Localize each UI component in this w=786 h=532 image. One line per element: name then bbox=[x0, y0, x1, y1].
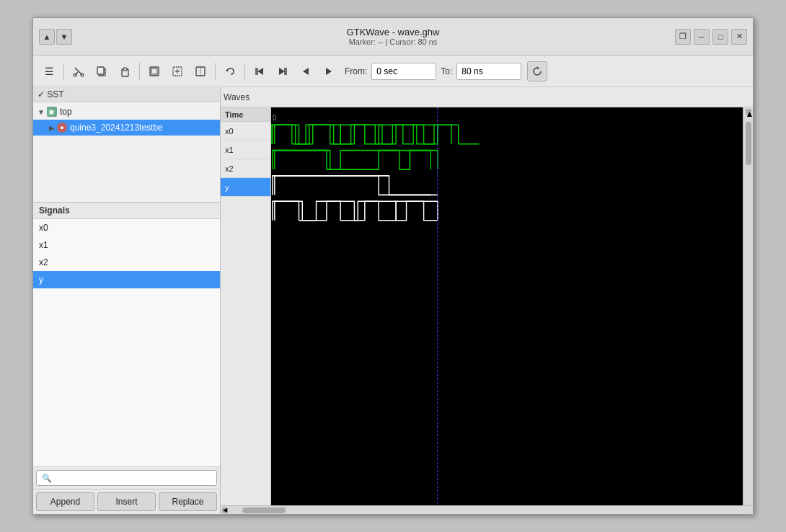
paste-icon bbox=[119, 66, 131, 77]
toolbar-sep-2 bbox=[139, 63, 140, 80]
scroll-down-btn[interactable]: ▼ bbox=[56, 29, 72, 45]
signal-item-x2[interactable]: x2 bbox=[33, 254, 220, 271]
next-icon bbox=[323, 66, 335, 77]
svg-rect-5 bbox=[97, 67, 104, 74]
vertical-scrollbar[interactable]: ▲ bbox=[743, 107, 753, 505]
last-icon bbox=[277, 66, 288, 77]
search-input[interactable] bbox=[36, 470, 217, 486]
titlebar-arrows: ▲ ▼ bbox=[39, 29, 72, 45]
toolbar: ☰ bbox=[33, 56, 753, 87]
left-panel: ✓ SST ▼ ▣ top ▶ ● quine3_20241213testbe bbox=[33, 87, 221, 514]
next-btn[interactable] bbox=[319, 61, 339, 81]
scrollbar-h-left[interactable]: ◀ bbox=[222, 507, 228, 513]
insert-btn[interactable]: Insert bbox=[97, 492, 156, 511]
last-btn[interactable] bbox=[273, 61, 293, 81]
from-label: From: bbox=[345, 66, 367, 76]
right-panel: Waves Time x0 x1 x2 y 0 bbox=[221, 87, 753, 514]
sst-label: ✓ SST bbox=[37, 89, 64, 99]
wave-signal-x0[interactable]: x0 bbox=[221, 122, 270, 141]
svg-text:0: 0 bbox=[273, 113, 277, 122]
append-btn[interactable]: Append bbox=[36, 492, 94, 511]
wave-signal-x1[interactable]: x1 bbox=[221, 141, 270, 159]
scroll-up-btn[interactable]: ▲ bbox=[39, 29, 55, 45]
to-label: To: bbox=[441, 66, 452, 76]
signals-bottom: Signals x0 x1 x2 y 🔍 Append Insert Re bbox=[33, 203, 220, 514]
signals-header: Signals bbox=[33, 203, 220, 219]
testbench-icon: ● bbox=[57, 123, 67, 133]
zoom-select-icon bbox=[172, 66, 183, 77]
cut-btn[interactable] bbox=[69, 61, 89, 81]
toolbar-sep-1 bbox=[63, 63, 64, 80]
signals-column: Time x0 x1 x2 y bbox=[221, 107, 271, 505]
copy-icon bbox=[96, 66, 107, 77]
refresh-icon bbox=[531, 66, 543, 77]
to-input[interactable] bbox=[456, 63, 521, 80]
waveform-canvas[interactable]: 0 bbox=[271, 107, 743, 505]
svg-marker-23 bbox=[326, 68, 332, 75]
first-icon bbox=[254, 66, 265, 77]
copy-btn[interactable] bbox=[92, 61, 112, 81]
cut-icon bbox=[73, 66, 84, 77]
time-range: From: To: bbox=[345, 63, 521, 80]
undo-icon bbox=[224, 66, 236, 77]
zoom-fit-btn[interactable] bbox=[144, 61, 164, 81]
tree-label-testbench: quine3_20241213testbe bbox=[70, 123, 163, 133]
window-title: GTKWave - wave.ghw bbox=[347, 27, 440, 37]
menu-btn[interactable]: ☰ bbox=[39, 61, 59, 81]
undo-btn[interactable] bbox=[220, 61, 240, 81]
time-col-header: Time bbox=[221, 107, 270, 122]
sst-panel: ✓ SST ▼ ▣ top ▶ ● quine3_20241213testbe bbox=[33, 87, 220, 203]
svg-rect-9 bbox=[151, 68, 157, 74]
prev-btn[interactable] bbox=[296, 61, 316, 81]
horizontal-scrollbar[interactable]: ◀ bbox=[221, 505, 753, 514]
first-btn[interactable] bbox=[250, 61, 270, 81]
zoom-fit-icon bbox=[149, 66, 160, 77]
tree-item-top[interactable]: ▼ ▣ top bbox=[33, 104, 220, 120]
signal-item-y[interactable]: y bbox=[33, 271, 220, 288]
window-subtitle: Marker: -- | Cursor: 80 ns bbox=[349, 37, 438, 46]
search-bar: 🔍 bbox=[33, 466, 220, 489]
sst-header: ✓ SST bbox=[33, 87, 220, 102]
scrollbar-v-thumb[interactable] bbox=[746, 122, 751, 165]
main-window: ▲ ▼ GTKWave - wave.ghw Marker: -- | Curs… bbox=[32, 17, 754, 515]
scrollbar-v-up[interactable]: ▲ bbox=[746, 109, 751, 115]
replace-btn[interactable]: Replace bbox=[159, 492, 217, 511]
waveform-svg: 0 bbox=[271, 107, 743, 505]
waves-header: Waves bbox=[221, 87, 753, 107]
bottom-buttons: Append Insert Replace bbox=[33, 489, 220, 514]
wave-signal-y[interactable]: y bbox=[221, 178, 270, 197]
toolbar-sep-3 bbox=[215, 63, 216, 80]
svg-marker-20 bbox=[279, 68, 285, 75]
titlebar: ▲ ▼ GTKWave - wave.ghw Marker: -- | Curs… bbox=[33, 18, 753, 56]
signal-item-x0[interactable]: x0 bbox=[33, 219, 220, 236]
paste-btn[interactable] bbox=[115, 61, 135, 81]
maximize-btn[interactable]: □ bbox=[712, 29, 728, 45]
wave-signal-x2[interactable]: x2 bbox=[221, 159, 270, 178]
signal-item-x1[interactable]: x1 bbox=[33, 236, 220, 254]
waves-title: Waves bbox=[224, 92, 250, 102]
svg-marker-17 bbox=[257, 68, 263, 75]
refresh-btn[interactable] bbox=[527, 61, 547, 81]
zoom-select-btn[interactable] bbox=[167, 61, 187, 81]
expand-arrow-top: ▼ bbox=[37, 108, 45, 116]
wave-main: Time x0 x1 x2 y 0 bbox=[221, 107, 753, 505]
expand-arrow-tb: ▶ bbox=[49, 124, 55, 132]
search-container: 🔍 bbox=[36, 470, 217, 486]
svg-marker-22 bbox=[303, 68, 309, 75]
svg-marker-24 bbox=[537, 66, 539, 69]
tree-item-testbench[interactable]: ▶ ● quine3_20241213testbe bbox=[33, 120, 220, 136]
module-icon-top: ▣ bbox=[47, 107, 57, 117]
toolbar-sep-4 bbox=[244, 63, 245, 80]
zoom-cursor-btn[interactable] bbox=[190, 61, 211, 81]
signals-list: x0 x1 x2 y bbox=[33, 219, 220, 466]
sst-tree: ▼ ▣ top ▶ ● quine3_20241213testbe bbox=[33, 102, 220, 137]
from-input[interactable] bbox=[371, 63, 436, 80]
scrollbar-h-thumb[interactable] bbox=[242, 507, 286, 513]
zoom-cursor-icon bbox=[195, 66, 206, 77]
svg-rect-25 bbox=[271, 107, 743, 505]
svg-rect-7 bbox=[123, 68, 127, 71]
minimize-btn[interactable]: ─ bbox=[694, 29, 710, 45]
restore-btn[interactable]: ❐ bbox=[675, 29, 691, 45]
close-btn[interactable]: ✕ bbox=[731, 29, 747, 45]
prev-icon bbox=[300, 66, 312, 77]
